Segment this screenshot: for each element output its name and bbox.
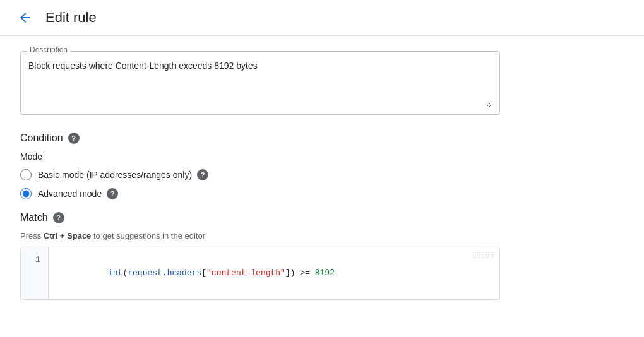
match-hint: Press Ctrl + Space to get suggestions in… bbox=[20, 231, 498, 240]
code-editor[interactable]: 1 int(request.headers["content-length"])… bbox=[20, 247, 500, 300]
mode-label: Mode bbox=[20, 151, 498, 162]
match-help-icon[interactable]: ? bbox=[53, 212, 64, 223]
match-label: Match bbox=[20, 212, 48, 223]
advanced-mode-label: Advanced mode bbox=[38, 189, 102, 199]
hint-shortcut: Ctrl + Space bbox=[44, 231, 92, 240]
advanced-mode-option[interactable]: Advanced mode ? bbox=[20, 188, 498, 199]
description-label: Description bbox=[27, 45, 70, 54]
page-title: Edit rule bbox=[45, 9, 97, 26]
hint-prefix: Press bbox=[20, 231, 44, 240]
code-fn: int bbox=[108, 268, 122, 278]
code-content[interactable]: int(request.headers["content-length"]) >… bbox=[49, 247, 499, 299]
condition-help-icon[interactable]: ? bbox=[68, 133, 80, 144]
code-close-bracket: ] bbox=[285, 268, 290, 278]
match-heading: Match ? bbox=[20, 212, 498, 223]
line-numbers: 1 bbox=[21, 247, 49, 299]
hint-suffix: to get suggestions in the editor bbox=[91, 231, 205, 240]
back-button[interactable] bbox=[15, 8, 35, 28]
code-op: ) >= bbox=[290, 268, 315, 278]
description-field-group: Description Block requests where Content… bbox=[20, 51, 500, 115]
main-content: Description Block requests where Content… bbox=[0, 36, 518, 322]
basic-mode-help-icon[interactable]: ? bbox=[197, 169, 208, 180]
advanced-mode-help-icon[interactable]: ? bbox=[107, 188, 118, 199]
page-header: Edit rule bbox=[0, 0, 644, 36]
code-watermark: ⣿⣿⣿⣿⣿ bbox=[472, 251, 494, 260]
condition-heading: Condition ? bbox=[20, 133, 498, 144]
code-number: 8192 bbox=[315, 268, 335, 278]
code-string: "content-length" bbox=[206, 268, 285, 278]
line-number-1: 1 bbox=[35, 255, 40, 264]
code-line-1: int(request.headers["content-length"]) >… bbox=[59, 254, 489, 293]
condition-section: Condition ? Mode Basic mode (IP addresse… bbox=[20, 133, 498, 199]
advanced-mode-radio[interactable] bbox=[20, 188, 32, 199]
mode-section: Mode Basic mode (IP addresses/ranges onl… bbox=[20, 151, 498, 199]
match-section: Match ? Press Ctrl + Space to get sugges… bbox=[20, 212, 498, 300]
basic-mode-option[interactable]: Basic mode (IP addresses/ranges only) ? bbox=[20, 169, 498, 180]
description-textarea[interactable]: Block requests where Content-Length exce… bbox=[28, 57, 492, 107]
basic-mode-radio[interactable] bbox=[20, 169, 32, 180]
basic-mode-label: Basic mode (IP addresses/ranges only) bbox=[38, 170, 192, 180]
code-prop: request.headers bbox=[128, 268, 201, 278]
code-open-bracket: [ bbox=[201, 268, 206, 278]
condition-label: Condition bbox=[20, 133, 63, 144]
